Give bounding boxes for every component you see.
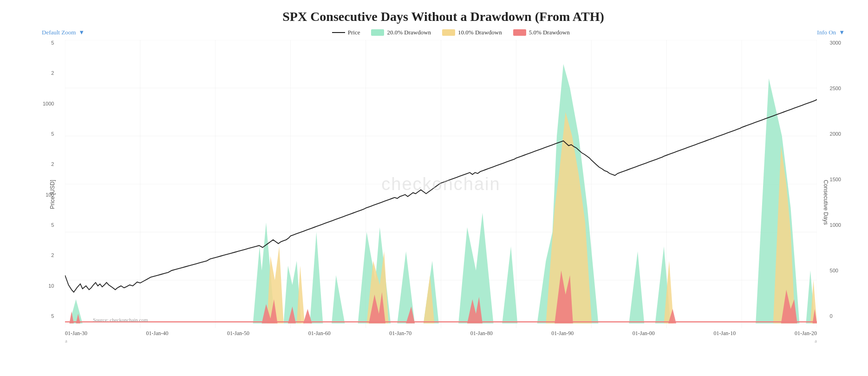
- legend-price-label: Price: [348, 29, 360, 36]
- svg-marker-29: [629, 251, 644, 323]
- info-arrow: ▼: [839, 29, 845, 36]
- legend-10pct-label: 10.0% Drawdown: [458, 29, 502, 36]
- svg-marker-27: [502, 246, 517, 323]
- y-axis-right-ticks: 3000 2500 2000 1500 1000 500 0: [830, 40, 841, 319]
- legend: Price 20.0% Drawdown 10.0% Drawdown 5.0%…: [332, 29, 570, 36]
- legend-10pct: 10.0% Drawdown: [442, 29, 502, 36]
- x-tick-1940: 01-Jan-40: [146, 330, 169, 337]
- x-tick-1930: 01-Jan-30: [65, 330, 87, 337]
- chart-area: checkonchain Source: checkonchain.com: [65, 40, 817, 328]
- x-tick-2010: 01-Jan-10: [713, 330, 736, 337]
- x-tick-1950: 01-Jan-50: [227, 330, 249, 337]
- source-text: Source: checkonchain.com: [93, 317, 148, 323]
- zoom-control[interactable]: Default Zoom ▼: [42, 29, 85, 36]
- x-bottom-left: a: [65, 338, 67, 343]
- info-control[interactable]: Info On ▼: [817, 29, 845, 36]
- x-bottom-indicators: a a: [65, 337, 817, 343]
- legend-20pct-label: 20.0% Drawdown: [387, 29, 431, 36]
- legend-line-price: [332, 32, 345, 33]
- svg-marker-22: [332, 275, 345, 323]
- x-axis-labels: 01-Jan-30 01-Jan-40 01-Jan-50 01-Jan-60 …: [65, 328, 817, 337]
- x-tick-2020: 01-Jan-20: [795, 330, 817, 337]
- zoom-label: Default Zoom: [42, 29, 76, 36]
- x-tick-2000: 01-Jan-00: [633, 330, 655, 337]
- x-bottom-right: a: [815, 338, 817, 343]
- info-label: Info On: [817, 29, 836, 36]
- controls-row: Default Zoom ▼ Price 20.0% Drawdown 10.0…: [37, 29, 849, 36]
- x-tick-1970: 01-Jan-70: [389, 330, 411, 337]
- y-axis-left-ticks: 5 2 1000 5 2 100 5 2 10 5: [43, 40, 54, 319]
- chart-svg: [65, 40, 817, 328]
- x-tick-1990: 01-Jan-90: [551, 330, 574, 337]
- legend-5pct-label: 5.0% Drawdown: [529, 29, 570, 36]
- x-tick-1980: 01-Jan-80: [470, 330, 493, 337]
- chart-title: SPX Consecutive Days Without a Drawdown …: [37, 9, 849, 24]
- svg-marker-26: [458, 213, 493, 323]
- chart-container: SPX Consecutive Days Without a Drawdown …: [0, 0, 868, 376]
- legend-swatch-5pct: [513, 29, 526, 36]
- svg-marker-21: [310, 232, 323, 323]
- y-axis-right-label: Consecutive Days: [823, 180, 829, 225]
- legend-swatch-20pct: [371, 29, 384, 36]
- legend-price: Price: [332, 29, 360, 36]
- x-tick-1960: 01-Jan-60: [308, 330, 331, 337]
- legend-5pct: 5.0% Drawdown: [513, 29, 570, 36]
- legend-swatch-10pct: [442, 29, 455, 36]
- zoom-arrow: ▼: [78, 29, 85, 36]
- legend-20pct: 20.0% Drawdown: [371, 29, 431, 36]
